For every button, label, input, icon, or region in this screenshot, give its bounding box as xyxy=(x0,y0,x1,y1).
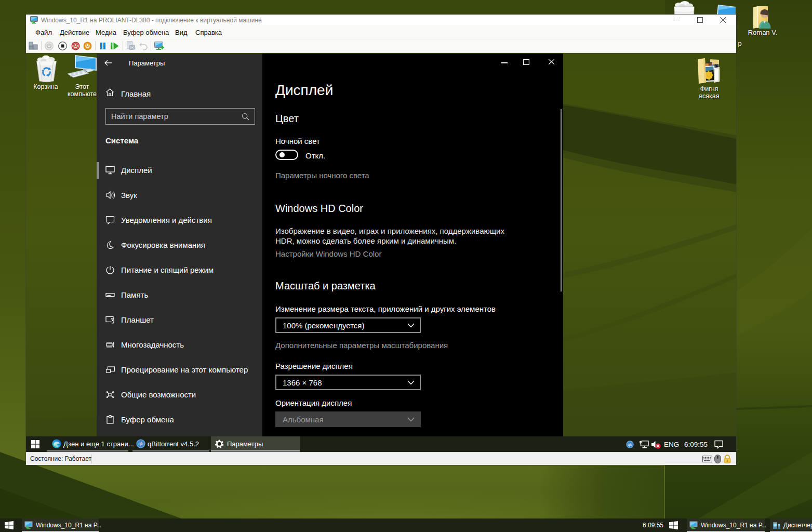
svg-text:qb: qb xyxy=(138,441,143,446)
svg-text:qb: qb xyxy=(628,443,632,447)
